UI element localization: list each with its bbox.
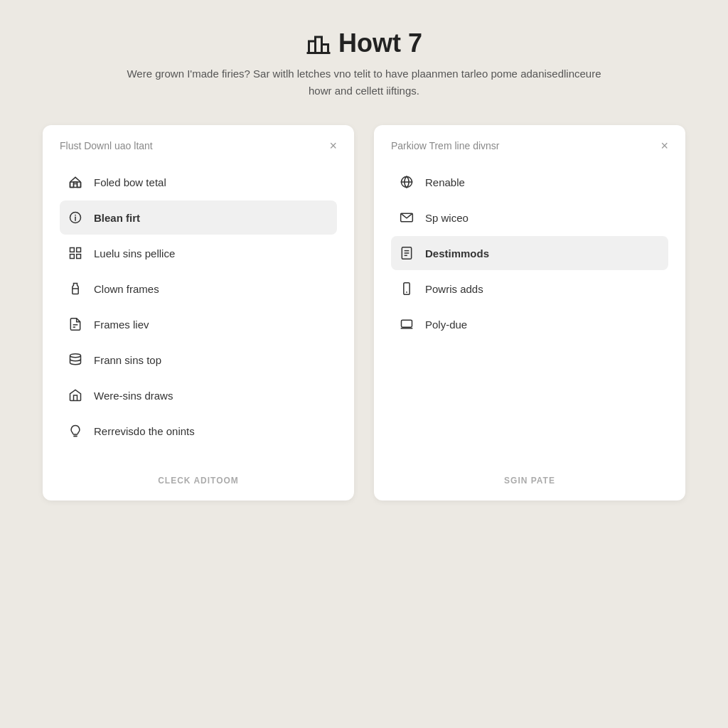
list-item[interactable]: Were-sins draws	[60, 378, 337, 412]
item-label: Luelu sins pellice	[94, 247, 175, 259]
item-label: Were-sins draws	[94, 390, 173, 402]
left-footer-action[interactable]: CLECK ADITOOM	[158, 476, 239, 486]
bottle-icon	[67, 280, 84, 297]
svg-point-15	[70, 354, 81, 358]
svg-rect-24	[404, 283, 410, 295]
right-panel-footer: SGIN PATE	[391, 462, 668, 486]
right-footer-action[interactable]: SGIN PATE	[504, 476, 555, 486]
item-label: Destimmods	[425, 247, 489, 259]
laptop-icon	[398, 316, 415, 333]
left-panel-list: Foled bow tetal Blean firt	[60, 165, 337, 448]
bulb-icon	[67, 422, 84, 439]
right-panel-header: Parkiow Trem line divnsr ×	[391, 139, 668, 152]
page-title: Howt 7	[115, 28, 613, 58]
svg-rect-9	[77, 248, 81, 252]
list-item[interactable]: Luelu sins pellice	[60, 236, 337, 270]
home-alt-icon	[67, 387, 84, 404]
item-label: Blean firt	[94, 212, 140, 224]
list-doc-icon	[398, 245, 415, 262]
svg-rect-2	[321, 45, 328, 53]
list-item[interactable]: Powris adds	[391, 272, 668, 306]
left-panel-title: Flust Downl uao ltant	[60, 140, 153, 151]
page-subtitle: Were grown I'made firies? Sar witlh letc…	[115, 65, 613, 100]
list-item[interactable]: Foled bow tetal	[60, 165, 337, 199]
envelope-icon	[398, 209, 415, 226]
item-label: Renable	[425, 176, 465, 188]
svg-rect-4	[70, 182, 81, 188]
list-item[interactable]: Poly-due	[391, 307, 668, 341]
database-icon	[67, 351, 84, 368]
item-label: Frames liev	[94, 318, 149, 331]
svg-rect-10	[70, 255, 75, 259]
svg-rect-8	[70, 248, 75, 252]
right-panel: Parkiow Trem line divnsr × Renable	[374, 125, 685, 500]
item-label: Powris adds	[425, 283, 483, 295]
item-label: Frann sins top	[94, 354, 161, 366]
file-icon	[67, 316, 84, 333]
list-item[interactable]: Blean firt	[60, 200, 337, 235]
info-circle-icon	[67, 209, 84, 226]
list-item[interactable]: Clown frames	[60, 272, 337, 306]
right-panel-title: Parkiow Trem line divnsr	[391, 140, 500, 151]
left-panel-header: Flust Downl uao ltant ×	[60, 139, 337, 152]
right-panel-list: Renable Sp wiceo	[391, 165, 668, 448]
item-label: Clown frames	[94, 283, 159, 295]
left-panel-close[interactable]: ×	[329, 139, 337, 152]
header: Howt 7 Were grown I'made firies? Sar wit…	[115, 28, 613, 100]
list-item[interactable]: Frann sins top	[60, 343, 337, 377]
right-panel-close[interactable]: ×	[660, 139, 668, 152]
list-item[interactable]: Destimmods	[391, 236, 668, 270]
svg-rect-11	[77, 255, 81, 259]
svg-rect-26	[402, 320, 412, 327]
list-item[interactable]: Sp wiceo	[391, 200, 668, 235]
home-icon	[67, 173, 84, 191]
item-label: Rerrevisdo the onints	[94, 425, 195, 437]
item-label: Sp wiceo	[425, 212, 469, 224]
item-label: Foled bow tetal	[94, 176, 166, 188]
phone-doc-icon	[398, 280, 415, 297]
left-panel: Flust Downl uao ltant × Foled bow tetal	[43, 125, 354, 500]
list-item[interactable]: Renable	[391, 165, 668, 199]
list-item[interactable]: Frames liev	[60, 307, 337, 341]
grid-icon	[67, 245, 84, 262]
list-item[interactable]: Rerrevisdo the onints	[60, 414, 337, 448]
globe-icon	[398, 173, 415, 191]
panels-container: Flust Downl uao ltant × Foled bow tetal	[43, 125, 685, 500]
item-label: Poly-due	[425, 318, 467, 331]
left-panel-footer: CLECK ADITOOM	[60, 462, 337, 486]
building-icon	[306, 31, 331, 56]
